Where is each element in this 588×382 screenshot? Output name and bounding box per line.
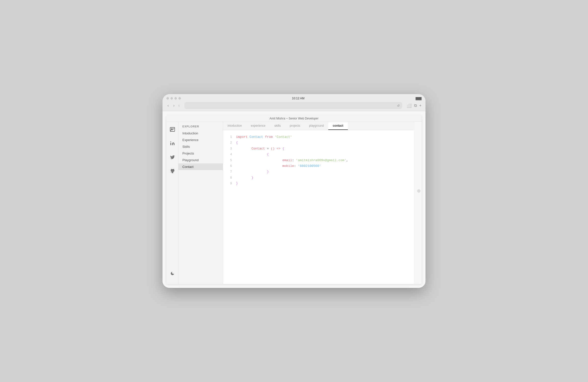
vscode-container: Amit Mishra ~ Senior Web Developer <box>166 115 422 284</box>
code-content-3: Contact = () => { <box>236 146 410 152</box>
main-area: EXPLORER Intoduction Experience Skills P… <box>166 122 422 284</box>
traffic-light-4 <box>178 97 181 100</box>
line-num-2: 2 <box>223 140 232 146</box>
line-num-7: 7 <box>223 169 232 175</box>
time-display: 10:12 AM <box>292 97 305 100</box>
github-icon[interactable] <box>168 167 177 176</box>
title-bar-text: Amit Mishra ~ Senior Web Developer <box>269 117 319 120</box>
activity-bar <box>166 122 178 284</box>
traffic-light-2 <box>170 97 173 100</box>
sidebar-item-skills[interactable]: Skills <box>178 143 223 150</box>
forward-button[interactable]: › <box>172 103 175 108</box>
linkedin-icon[interactable] <box>168 139 177 148</box>
sidebar-item-contact[interactable]: Contact <box>178 163 223 170</box>
browser-chrome: 10:12 AM ▓▓▓ ‹ › ↑ ↺ ⬜ ⧉ + <box>163 94 425 111</box>
code-line-4: 4 { <box>223 152 414 157</box>
theme-toggle-icon[interactable] <box>168 269 177 278</box>
code-line-2: 2 { <box>223 140 414 146</box>
code-line-6: 6 mobile: '8802100560' <box>223 163 414 169</box>
code-content-2: { <box>236 140 410 146</box>
line-num-8: 8 <box>223 175 232 181</box>
reload-button[interactable]: ↺ <box>397 104 400 108</box>
traffic-light-1 <box>166 97 169 100</box>
sidebar-item-introduction[interactable]: Intoduction <box>178 130 223 137</box>
line-num-1: 1 <box>223 134 232 140</box>
svg-rect-4 <box>170 143 171 145</box>
code-line-1: 1 import Contact from 'Contact' <box>223 134 414 140</box>
line-num-4: 4 <box>223 152 232 157</box>
line-num-6: 6 <box>223 163 232 169</box>
code-line-5: 5 email: 'amitmishra009v@gmail.com', <box>223 157 414 163</box>
editor-tabs: intoduction experience skills projects p <box>223 122 414 130</box>
tab-skills[interactable]: skills <box>270 122 285 130</box>
code-content-9: } <box>236 181 410 186</box>
code-content-5: email: 'amitmishra009v@gmail.com', <box>236 157 410 163</box>
scrollbar-thumb <box>417 189 421 193</box>
editor-area: intoduction experience skills projects p <box>223 122 414 284</box>
sidebar-items: Intoduction Experience Skills Projects P <box>178 130 223 170</box>
tab-experience[interactable]: experience <box>246 122 270 130</box>
code-line-3: 3 Contact = () => { <box>223 146 414 152</box>
code-line-7: 7 } <box>223 169 414 175</box>
back-button[interactable]: ‹ <box>166 103 170 108</box>
tab-projects[interactable]: projects <box>285 122 305 130</box>
sidebar: EXPLORER Intoduction Experience Skills P… <box>178 122 223 284</box>
tab-stack-button[interactable]: ⧉ <box>414 103 417 108</box>
tab-introduction[interactable]: intoduction <box>223 122 246 130</box>
svg-point-1 <box>171 128 172 130</box>
code-content-6: mobile: '8802100560' <box>236 163 410 169</box>
address-bar[interactable]: ↺ <box>184 102 402 109</box>
traffic-lights <box>166 97 181 100</box>
tab-contact[interactable]: contact <box>328 122 348 130</box>
code-content-7: } <box>236 169 410 175</box>
code-content-4: { <box>236 152 410 157</box>
code-line-8: 8 } <box>223 175 414 181</box>
title-bar: Amit Mishra ~ Senior Web Developer <box>166 115 422 122</box>
device-frame: 10:12 AM ▓▓▓ ‹ › ↑ ↺ ⬜ ⧉ + Amit Mishra ~… <box>163 94 425 288</box>
browser-top: 10:12 AM ▓▓▓ <box>166 97 422 100</box>
share-button[interactable]: ↑ <box>178 104 180 108</box>
browser-content: Amit Mishra ~ Senior Web Developer <box>163 111 425 288</box>
line-num-5: 5 <box>223 157 232 163</box>
code-line-9: 9 } <box>223 181 414 186</box>
svg-point-5 <box>170 141 171 142</box>
battery-icon: ▓▓▓ <box>416 97 422 100</box>
code-content-1: import Contact from 'Contact' <box>236 134 410 140</box>
sidebar-header: EXPLORER <box>178 122 223 130</box>
explorer-icon[interactable] <box>168 125 177 134</box>
tab-new-button[interactable]: + <box>419 103 422 108</box>
tab-sidebar-button[interactable]: ⬜ <box>407 103 412 108</box>
code-editor: 1 import Contact from 'Contact' 2 { <box>223 130 414 284</box>
browser-controls: ‹ › ↑ ↺ ⬜ ⧉ + <box>166 102 422 109</box>
line-num-3: 3 <box>223 146 232 152</box>
traffic-light-3 <box>174 97 177 100</box>
line-num-9: 9 <box>223 181 232 186</box>
code-content-8: } <box>236 175 410 181</box>
sidebar-item-playground[interactable]: Playground <box>178 157 223 163</box>
twitter-icon[interactable] <box>168 153 177 162</box>
tab-playground[interactable]: playground <box>305 122 328 130</box>
sidebar-item-projects[interactable]: Projects <box>178 150 223 157</box>
sidebar-item-experience[interactable]: Experience <box>178 137 223 143</box>
scrollbar-area <box>414 122 422 284</box>
